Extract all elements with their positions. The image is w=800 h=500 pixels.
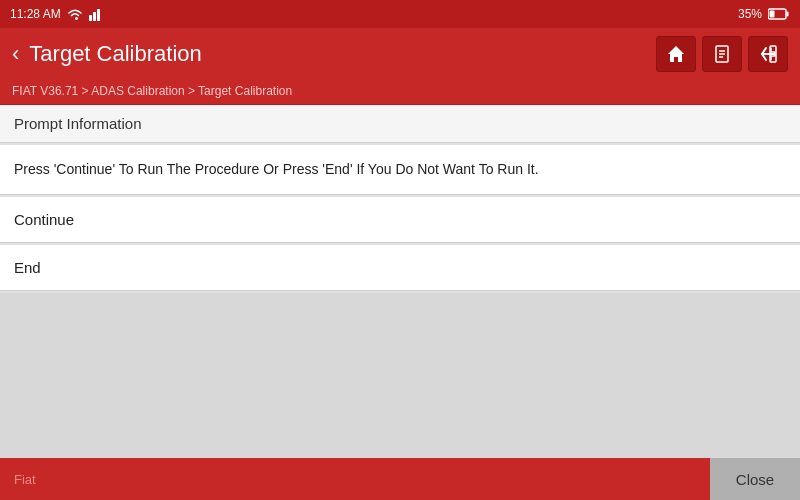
brand-label: Fiat: [14, 472, 36, 487]
breadcrumb: FIAT V36.71 > ADAS Calibration > Target …: [0, 80, 800, 105]
breadcrumb-text: FIAT V36.71 > ADAS Calibration > Target …: [12, 84, 292, 98]
prompt-message: Press 'Continue' To Run The Procedure Or…: [0, 145, 800, 195]
end-option[interactable]: End: [0, 245, 800, 291]
time-label: 11:28 AM: [10, 7, 61, 21]
home-icon: [666, 44, 686, 64]
main-content: Prompt Information Press 'Continue' To R…: [0, 105, 800, 483]
status-left: 11:28 AM: [10, 7, 103, 21]
app-header: ‹ Target Calibration: [0, 28, 800, 80]
signal-icon: [89, 8, 103, 21]
prompt-header: Prompt Information: [0, 105, 800, 143]
end-label: End: [14, 259, 41, 276]
exit-button[interactable]: [748, 36, 788, 72]
document-button[interactable]: [702, 36, 742, 72]
wifi-icon: [67, 8, 83, 21]
message-text: Press 'Continue' To Run The Procedure Or…: [14, 161, 539, 177]
gray-area: [0, 293, 800, 483]
close-button[interactable]: Close: [710, 458, 800, 500]
header-left: ‹ Target Calibration: [12, 41, 202, 67]
page-title: Target Calibration: [29, 41, 201, 67]
svg-rect-1: [93, 12, 96, 21]
svg-marker-6: [668, 46, 684, 62]
continue-option[interactable]: Continue: [0, 197, 800, 243]
status-bar: 11:28 AM 35%: [0, 0, 800, 28]
home-button[interactable]: [656, 36, 696, 72]
continue-label: Continue: [14, 211, 74, 228]
svg-rect-2: [97, 9, 100, 21]
battery-label: 35%: [738, 7, 762, 21]
svg-rect-5: [770, 11, 775, 18]
document-icon: [712, 44, 732, 64]
status-right: 35%: [738, 7, 790, 21]
svg-rect-4: [787, 12, 789, 17]
header-icon-group: [656, 36, 788, 72]
svg-rect-0: [89, 15, 92, 21]
back-button[interactable]: ‹: [12, 43, 19, 65]
battery-icon: [768, 8, 790, 20]
bottom-bar: Fiat Close: [0, 458, 800, 500]
prompt-header-label: Prompt Information: [14, 115, 142, 132]
exit-icon: [758, 44, 778, 64]
